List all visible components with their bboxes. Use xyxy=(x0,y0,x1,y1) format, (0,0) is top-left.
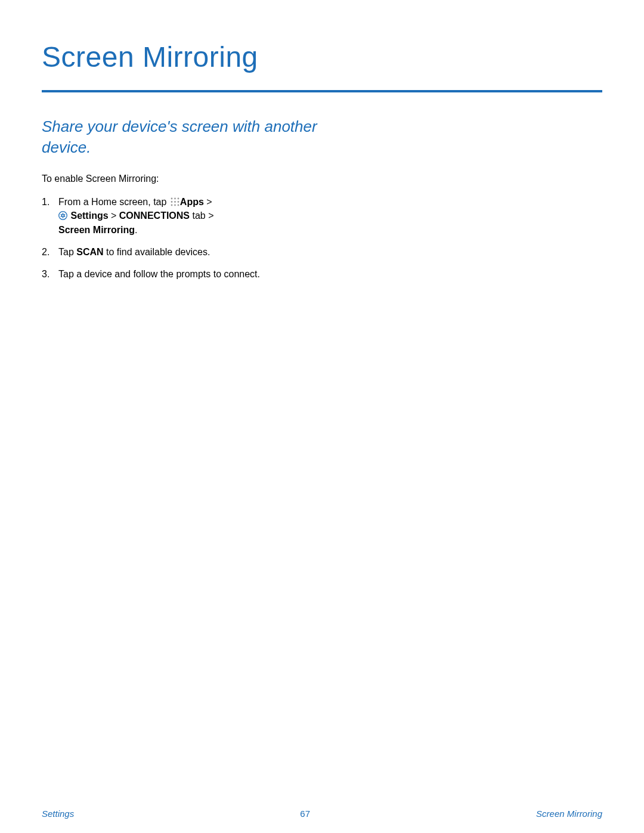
settings-label: Settings xyxy=(70,210,108,221)
svg-point-1 xyxy=(174,198,176,200)
footer-section: Settings xyxy=(42,809,74,819)
steps-list: 1. From a Home screen, tap Apps > Settin… xyxy=(42,195,322,281)
step-text: Tap xyxy=(58,247,76,257)
connections-label: CONNECTIONS xyxy=(119,210,190,221)
screen-mirroring-label: Screen Mirroring xyxy=(58,225,135,235)
apps-label: Apps xyxy=(180,197,204,207)
svg-point-10 xyxy=(62,215,64,217)
step-text: > xyxy=(204,197,212,207)
page-content: Screen Mirroring Share your device's scr… xyxy=(0,0,644,281)
step-text: tab > xyxy=(190,210,213,221)
svg-point-6 xyxy=(171,205,172,206)
step-text: From a Home screen, tap xyxy=(58,197,169,207)
apps-icon xyxy=(171,197,179,206)
step-3: 3. Tap a device and follow the prompts t… xyxy=(42,267,322,281)
step-text: > xyxy=(109,210,119,221)
svg-point-4 xyxy=(174,201,176,203)
footer-page-number: 67 xyxy=(300,809,310,819)
svg-point-0 xyxy=(171,198,172,200)
scan-label: SCAN xyxy=(76,247,103,257)
intro-text: To enable Screen Mirroring: xyxy=(42,174,602,184)
title-divider xyxy=(42,90,602,92)
settings-icon xyxy=(58,211,67,220)
page-subtitle: Share your device's screen with another … xyxy=(42,116,322,158)
svg-point-7 xyxy=(174,205,176,206)
svg-point-5 xyxy=(177,201,179,203)
step-text: Tap a device and follow the prompts to c… xyxy=(58,269,260,279)
step-number: 1. xyxy=(42,195,49,209)
svg-point-8 xyxy=(177,205,179,206)
step-number: 2. xyxy=(42,245,49,259)
step-1: 1. From a Home screen, tap Apps > Settin… xyxy=(42,195,322,237)
page-title: Screen Mirroring xyxy=(42,41,602,73)
step-text: to find available devices. xyxy=(104,247,210,257)
svg-point-2 xyxy=(177,198,179,200)
step-number: 3. xyxy=(42,267,49,281)
step-text: . xyxy=(135,225,137,235)
page-footer: Settings 67 Screen Mirroring xyxy=(0,809,644,819)
step-2: 2. Tap SCAN to find available devices. xyxy=(42,245,322,259)
footer-topic: Screen Mirroring xyxy=(536,809,602,819)
svg-point-3 xyxy=(171,201,172,203)
